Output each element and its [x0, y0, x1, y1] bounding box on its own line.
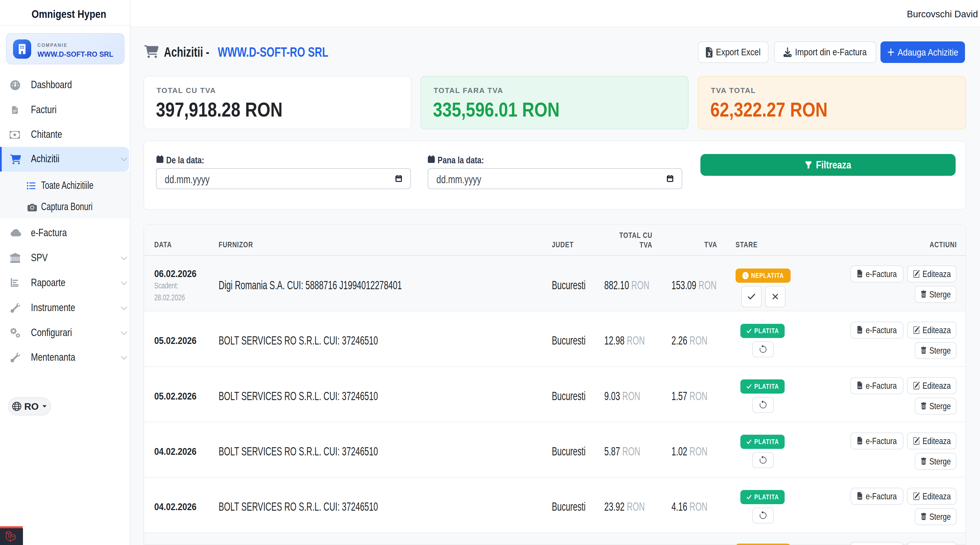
svg-text:PDF: PDF [858, 330, 862, 333]
svg-text:PDF: PDF [858, 441, 862, 443]
svg-text:PDF: PDF [858, 274, 862, 276]
svg-text:PDF: PDF [858, 386, 862, 388]
svg-text:PDF: PDF [858, 497, 862, 499]
